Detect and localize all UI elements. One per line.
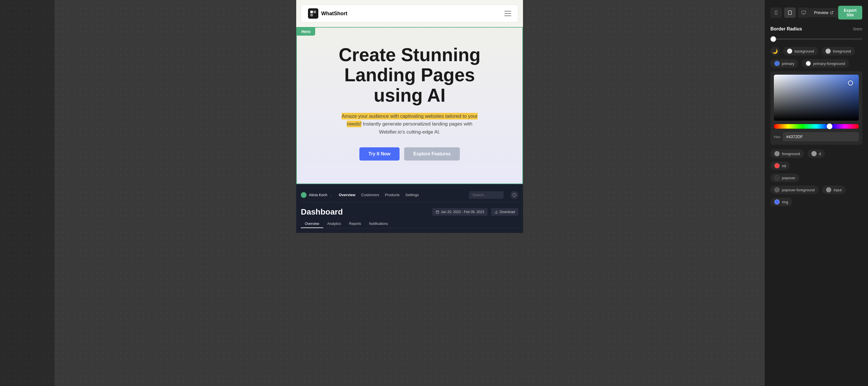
svg-rect-15	[802, 11, 805, 13]
primary-label: primary	[782, 61, 794, 66]
primary-swatch	[774, 61, 780, 66]
svg-rect-6	[436, 211, 439, 213]
view-mode-buttons	[770, 7, 809, 18]
input-token[interactable]: input	[822, 185, 846, 194]
popover-foreground-token[interactable]: popover-foreground	[770, 185, 818, 194]
user-badge: Alicia Koch ⌄	[301, 192, 332, 198]
tab-analytics[interactable]: Analytics	[323, 220, 345, 228]
border-radius-label: Border Radius	[770, 26, 802, 32]
nav-brand: WhatShort	[308, 8, 347, 19]
hero-rest: Instantly generate personalized landing …	[361, 121, 472, 135]
ring-swatch	[774, 199, 780, 205]
tab-reports[interactable]: Reports	[345, 220, 365, 228]
primary-foreground-token[interactable]: primary-foreground	[802, 59, 849, 68]
dashboard-content: Dashboard Jan 20, 2023 - Feb 09, 2023	[301, 207, 518, 228]
ring-token[interactable]: ring	[770, 198, 792, 206]
hero-badge: Hero	[297, 28, 315, 36]
slider-track	[770, 38, 862, 40]
dash-tabs: Overview Analytics Reports Notifications	[301, 220, 518, 228]
download-label: Download	[500, 210, 515, 214]
tab-overview[interactable]: Overview	[301, 220, 323, 228]
dark-mode-toggle[interactable]: 🌙	[770, 47, 780, 56]
input-swatch	[826, 187, 831, 192]
border-radius-value: 0rem	[853, 27, 862, 31]
user-avatar	[301, 192, 307, 198]
hero-title: Create Stunning Landing Pages using AI	[320, 45, 499, 106]
svg-rect-1	[313, 11, 316, 13]
top-toolbar: Preview Export Site	[770, 6, 862, 20]
svg-rect-13	[788, 11, 792, 14]
input-label: input	[834, 188, 842, 192]
hamburger-icon[interactable]	[504, 11, 511, 16]
popover-foreground-label: popover-foreground	[782, 188, 815, 192]
svg-line-18	[832, 11, 833, 13]
moon-icon: 🌙	[772, 49, 778, 54]
popover-swatch	[774, 175, 780, 180]
right-panel: Preview Export Site Border Radius 0rem 🌙…	[765, 0, 868, 386]
hex-label: Hex	[774, 135, 780, 139]
canvas-area: WhatShort Hero Create Stunning Landing P…	[55, 0, 765, 386]
color-picker: Hex	[770, 71, 862, 145]
nav-link-customers[interactable]: Customers	[361, 193, 379, 197]
muted-swatch	[811, 151, 817, 156]
border-radius-slider-container	[770, 36, 862, 40]
nav-bar: WhatShort	[301, 5, 518, 22]
brand-name: WhatShort	[321, 11, 347, 17]
dashboard-preview: Alicia Koch ⌄ Overview Customers Product…	[296, 184, 523, 233]
ring-label: ring	[782, 200, 788, 204]
border-radius-section: Border Radius 0rem	[770, 26, 862, 32]
nav-link-products[interactable]: Products	[385, 193, 400, 197]
tablet-view-button[interactable]	[784, 7, 796, 18]
nav-links: Overview Customers Products Settings	[339, 193, 462, 197]
foreground-label: foreground	[833, 49, 851, 53]
muted-label: d	[819, 152, 821, 156]
try-it-now-button[interactable]: Try It Now	[360, 147, 400, 160]
tab-notifications[interactable]: Notifications	[365, 220, 392, 228]
hue-thumb	[827, 123, 832, 129]
secondary-token[interactable]: foreground	[770, 149, 804, 158]
muted-token[interactable]: d	[807, 149, 825, 158]
dashboard-search-input[interactable]	[469, 191, 503, 199]
mobile-view-button[interactable]	[770, 7, 782, 18]
date-range-text: Jan 20, 2023 - Feb 09, 2023	[441, 210, 484, 214]
hex-row: Hex	[774, 132, 859, 141]
preview-button[interactable]: Preview	[809, 8, 838, 17]
destructive-swatch	[774, 163, 780, 168]
svg-rect-0	[310, 11, 313, 13]
dashboard-title: Dashboard	[301, 207, 343, 216]
export-site-button[interactable]: Export Site	[838, 6, 862, 20]
primary-token[interactable]: primary	[770, 59, 798, 68]
nav-link-overview[interactable]: Overview	[339, 193, 355, 197]
slider-thumb[interactable]	[770, 36, 776, 42]
dash-title-row: Dashboard Jan 20, 2023 - Feb 09, 2023	[301, 207, 518, 216]
hero-section: Hero Create Stunning Landing Pages using…	[296, 27, 523, 184]
notification-icon[interactable]	[510, 191, 518, 199]
secondary-swatch	[774, 151, 780, 156]
user-name: Alicia Koch	[309, 193, 327, 197]
primary-foreground-label: primary-foreground	[813, 61, 845, 66]
foreground-token[interactable]: foreground	[822, 47, 855, 55]
destructive-token[interactable]: nd	[770, 161, 790, 170]
background-token[interactable]: background	[783, 47, 818, 55]
hue-slider[interactable]	[774, 124, 859, 129]
chevron-icon: ⌄	[330, 193, 332, 197]
color-gradient-picker[interactable]	[774, 75, 859, 121]
desktop-view-button[interactable]	[798, 7, 809, 18]
dash-actions: Jan 20, 2023 - Feb 09, 2023 Download	[432, 208, 518, 216]
popover-foreground-swatch	[774, 187, 780, 192]
background-swatch	[787, 49, 792, 54]
explore-features-button[interactable]: Explore Features	[404, 147, 460, 160]
popover-label: popover	[782, 176, 795, 180]
nav-link-settings[interactable]: Settings	[405, 193, 419, 197]
hero-buttons: Try It Now Explore Features	[320, 147, 499, 160]
preview-label: Preview	[814, 10, 828, 15]
brand-icon	[308, 8, 318, 19]
color-cursor	[848, 81, 853, 86]
destructive-label: nd	[782, 164, 786, 168]
hero-description: Amaze your audience with captivating web…	[338, 112, 482, 136]
hex-input[interactable]	[783, 132, 859, 141]
website-frame: WhatShort Hero Create Stunning Landing P…	[296, 0, 523, 233]
svg-rect-2	[310, 14, 313, 17]
popover-token[interactable]: popover	[770, 174, 799, 182]
download-button[interactable]: Download	[491, 208, 518, 216]
